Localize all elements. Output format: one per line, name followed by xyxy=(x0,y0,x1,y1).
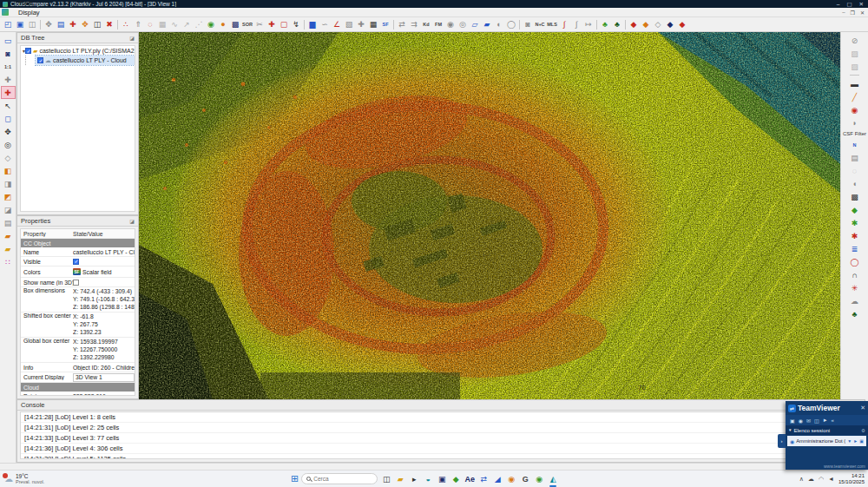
cloudcompare-icon[interactable]: ◭ xyxy=(547,473,559,485)
back-view-icon[interactable]: ◨ xyxy=(1,177,16,190)
trace-polyline-icon[interactable]: ↯ xyxy=(290,19,302,30)
cloud-ground-icon[interactable]: ☁ xyxy=(847,294,862,307)
gears-icon[interactable]: ✱ xyxy=(847,229,862,242)
taskbar-clock[interactable]: 14:21 15/10/2025 xyxy=(838,473,865,485)
3d-viewport[interactable]: 70 xyxy=(139,32,840,399)
close-button[interactable]: ✕ xyxy=(859,1,864,8)
render-icon[interactable]: ◆ xyxy=(676,19,688,30)
bottom-view-icon[interactable]: ▰ xyxy=(1,229,16,242)
save-icon[interactable]: ▣ xyxy=(14,19,26,30)
clone-icon[interactable]: ∴ xyxy=(120,19,132,30)
ellipse-tool-icon[interactable]: ◯ xyxy=(847,255,862,268)
tv-audio-icon[interactable]: ◉ xyxy=(799,418,803,424)
clone-view-icon[interactable]: ◫ xyxy=(26,19,38,30)
separator[interactable] xyxy=(519,20,520,30)
kd-tree-icon[interactable]: Kd xyxy=(420,19,432,30)
masonry-icon[interactable]: ◌ xyxy=(847,164,862,177)
file-explorer-icon[interactable]: ▰ xyxy=(394,473,406,485)
disk2-icon[interactable]: ▰ xyxy=(481,19,493,30)
teamviewer-session-item[interactable]: ◉ Amministrazione Dot (1 6 ▼ ► ▣ xyxy=(787,436,866,446)
magnet-icon[interactable]: ∩ xyxy=(847,268,862,281)
cc-stats-icon[interactable]: ◉ xyxy=(205,19,217,30)
brave-icon[interactable]: ◆ xyxy=(450,473,462,485)
separator[interactable] xyxy=(304,20,305,30)
globe-icon[interactable]: ◯ xyxy=(505,19,517,30)
gbl-sensor-icon[interactable]: ◎ xyxy=(457,19,469,30)
translate-rotate-icon[interactable]: ✥ xyxy=(79,19,91,30)
fm-plugin-icon[interactable]: FM xyxy=(432,19,444,30)
visible-checkbox[interactable] xyxy=(73,259,79,265)
teamviewer-sessions-header[interactable]: ▼ Elenco sessioni ⚙ xyxy=(786,425,868,435)
left-view-icon[interactable]: ◩ xyxy=(1,190,16,203)
merge-icon[interactable]: ⇑ xyxy=(132,19,144,30)
sf-colorscale-icon[interactable]: SF xyxy=(379,19,391,30)
edge-icon[interactable]: ◒ xyxy=(422,473,434,485)
curvature-icon[interactable]: ∿ xyxy=(168,19,181,30)
calculator-icon[interactable]: ▦ xyxy=(367,19,379,30)
npc-plugin-icon[interactable]: N+C xyxy=(534,19,546,30)
subsample-icon[interactable]: ◌ xyxy=(144,19,156,30)
colors-value[interactable]: Scalar field xyxy=(82,269,112,275)
fullscreen-3d-icon[interactable]: ▭ xyxy=(1,34,16,47)
layers-icon[interactable]: ≣ xyxy=(847,242,862,255)
open-file-icon[interactable]: ◰ xyxy=(2,19,14,30)
volume-icon[interactable]: ◄ xyxy=(828,476,834,482)
iso1-view-icon[interactable]: ▰ xyxy=(1,242,16,255)
taskbar-search[interactable] xyxy=(301,473,378,484)
gimp-icon[interactable]: G xyxy=(519,473,531,485)
dock-pin-icon[interactable]: ◪ xyxy=(129,218,135,224)
pcv-icon[interactable]: ◇ xyxy=(652,19,664,30)
profile-icon[interactable]: ∠ xyxy=(331,19,343,30)
curve-fit-icon[interactable]: ∽ xyxy=(319,19,331,30)
blender-icon[interactable]: ◉ xyxy=(505,473,517,485)
sphere-icon[interactable]: ◐ xyxy=(493,19,505,30)
disable-filter-icon[interactable]: ⊘ xyxy=(847,34,862,47)
hedge-icon[interactable]: ▤ xyxy=(847,151,862,164)
separator[interactable] xyxy=(596,20,597,30)
tray-expand-icon[interactable]: ∧ xyxy=(799,476,804,483)
start-button[interactable]: ⊞ xyxy=(291,473,299,484)
clipping-box-icon[interactable]: ▢ xyxy=(278,19,290,30)
snapshot2-icon[interactable]: ▨ xyxy=(847,60,862,73)
sessions-gear-icon[interactable]: ⚙ xyxy=(861,428,865,433)
chrome-icon[interactable]: ◉ xyxy=(533,473,545,485)
current-display-select[interactable]: 3D View 1 xyxy=(73,373,135,382)
snapshot1-icon[interactable]: ▨ xyxy=(847,47,862,60)
separator[interactable] xyxy=(393,20,394,30)
teamviewer-icon[interactable]: ⇄ xyxy=(477,473,490,485)
weather-widget[interactable]: ☁ 19°C Preval. nuvol. xyxy=(0,473,148,485)
apply-transform-icon[interactable]: ✚ xyxy=(67,19,79,30)
after-effects-icon[interactable]: Ae xyxy=(464,473,476,485)
separator[interactable] xyxy=(625,20,626,30)
terminal-icon[interactable]: ▸ xyxy=(408,473,420,485)
point-picking-icon[interactable]: ✚ xyxy=(266,19,278,30)
pick-rotation-center-icon[interactable]: ↖ xyxy=(1,99,16,112)
animation-icon[interactable]: ◆ xyxy=(664,19,676,30)
screenshot-icon[interactable]: ◙ xyxy=(1,47,16,60)
mosaic-icon[interactable]: ▩ xyxy=(847,190,862,203)
tv-remote-icon[interactable]: ► xyxy=(823,418,828,423)
front-view-icon[interactable]: ◧ xyxy=(1,164,16,177)
slope-icon[interactable]: ↗ xyxy=(181,19,193,30)
menu-item[interactable]: Display xyxy=(12,8,52,17)
delete-icon[interactable]: ✖ xyxy=(103,19,115,30)
separator[interactable] xyxy=(117,20,118,30)
show-name-checkbox[interactable] xyxy=(73,280,79,286)
tv-chat-icon[interactable]: ✉ xyxy=(806,418,811,424)
trees-icon[interactable]: ♣ xyxy=(847,307,862,320)
spline-gray-icon[interactable]: ∫ xyxy=(570,19,582,30)
maximize-button[interactable]: ▢ xyxy=(846,1,852,8)
teamviewer-collapse-tab[interactable]: › xyxy=(778,434,786,448)
center-camera-icon[interactable]: ✚ xyxy=(1,73,16,86)
tree-item-root[interactable]: ▾ ▰ castelluccio LT PLY.ply (C:/SISMA2..… xyxy=(21,46,135,56)
pan-icon[interactable]: ✥ xyxy=(1,125,16,138)
global-shift-icon[interactable]: ✥ xyxy=(43,19,55,30)
classify2-icon[interactable]: ♣ xyxy=(611,19,623,30)
classify-icon[interactable]: ♣ xyxy=(599,19,611,30)
session-dropdown-icon[interactable]: ▼ xyxy=(847,438,852,444)
root-visibility-checkbox[interactable] xyxy=(25,48,31,54)
tv-file-transfer-icon[interactable]: ◫ xyxy=(814,418,819,424)
mdi-minimize-button[interactable]: – xyxy=(842,10,845,16)
cloud-compare-dist-icon[interactable]: ◆ xyxy=(640,19,652,30)
add-sf-icon[interactable]: ✚ xyxy=(355,19,367,30)
